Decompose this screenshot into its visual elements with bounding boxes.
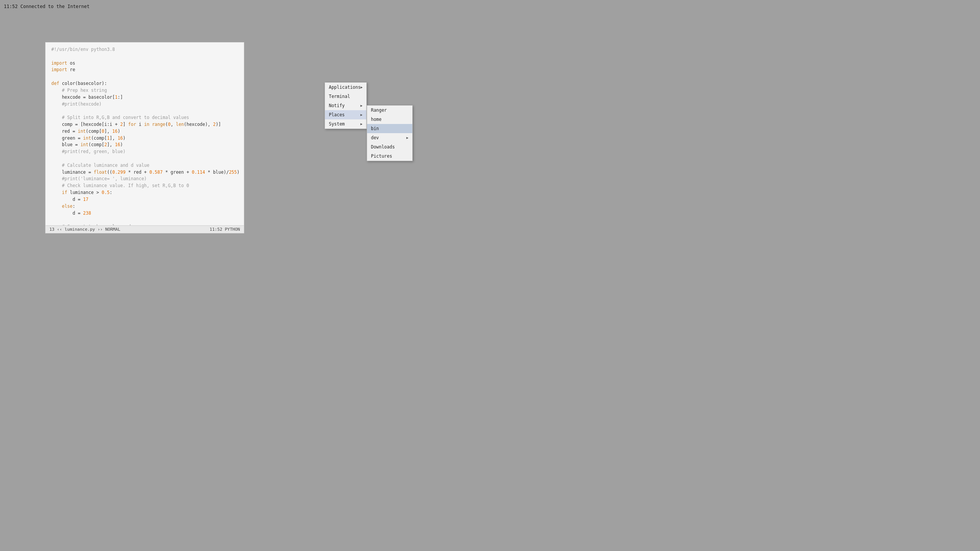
code-line: # Split into R,G,B and convert to decima… bbox=[51, 114, 238, 121]
code-line bbox=[51, 73, 238, 80]
submenu-arrow-icon: ▶ bbox=[407, 136, 408, 140]
submenu-item-home[interactable]: home bbox=[367, 115, 412, 124]
editor-content[interactable]: #!/usr/bin/env python3.8 import osimport… bbox=[46, 42, 244, 225]
context-menu: Applications▶TerminalNotify▶Places▶Syste… bbox=[325, 82, 367, 129]
submenu-item-dev[interactable]: dev▶ bbox=[367, 133, 412, 142]
code-line: else: bbox=[51, 203, 238, 210]
status-time: 11:52 bbox=[4, 4, 18, 9]
code-line: blue = int(comp[2], 16) bbox=[51, 142, 238, 148]
submenu-item-label: Downloads bbox=[371, 144, 395, 150]
code-line: # Check luminance value. If high, set R,… bbox=[51, 183, 238, 189]
menu-item-system[interactable]: System▶ bbox=[325, 119, 366, 129]
code-line: #!/usr/bin/env python3.8 bbox=[51, 46, 238, 53]
menu-item-applications[interactable]: Applications▶ bbox=[325, 83, 366, 92]
code-line: #print(hexcode) bbox=[51, 101, 238, 108]
code-line: comp = [hexcode[i:i + 2] for i in range(… bbox=[51, 121, 238, 128]
menu-item-places[interactable]: Places▶ bbox=[325, 110, 366, 119]
submenu-arrow-icon: ▶ bbox=[361, 122, 363, 126]
code-line: #print(red, green, blue) bbox=[51, 148, 238, 155]
menu-item-notify[interactable]: Notify▶ bbox=[325, 101, 366, 110]
code-line: def color(basecolor): bbox=[51, 80, 238, 87]
submenu-arrow-icon: ▶ bbox=[361, 113, 363, 117]
code-line bbox=[51, 108, 238, 114]
menu-item-label: System bbox=[329, 121, 345, 127]
code-line: #print('luminance= ', luminance) bbox=[51, 176, 238, 183]
menu-item-label: Notify bbox=[329, 103, 345, 108]
submenu-item-label: Ranger bbox=[371, 108, 387, 113]
code-line bbox=[51, 217, 238, 223]
editor-status-right: 11:52 PYTHON bbox=[210, 227, 240, 232]
code-line: d = 17 bbox=[51, 196, 238, 203]
code-line bbox=[51, 53, 238, 60]
submenu-arrow-icon: ▶ bbox=[361, 104, 363, 108]
submenu-item-downloads[interactable]: Downloads bbox=[367, 142, 412, 152]
submenu-item-pictures[interactable]: Pictures bbox=[367, 152, 412, 161]
submenu-places: Rangerhomebindev▶DownloadsPictures bbox=[367, 105, 413, 161]
menu-item-label: Applications bbox=[329, 85, 361, 90]
code-line: # Prep hex string bbox=[51, 87, 238, 94]
submenu-item-label: home bbox=[371, 117, 382, 122]
menu-item-terminal[interactable]: Terminal bbox=[325, 92, 366, 101]
code-line: d = 238 bbox=[51, 210, 238, 217]
editor-statusbar: 13 ‹‹ luminance.py ›› NORMAL 11:52 PYTHO… bbox=[46, 225, 244, 233]
editor-window: #!/usr/bin/env python3.8 import osimport… bbox=[45, 42, 244, 233]
code-line: import re bbox=[51, 67, 238, 73]
menu-item-label: Terminal bbox=[329, 94, 350, 99]
code-line: luminance = float((0.299 * red + 0.587 *… bbox=[51, 169, 238, 176]
editor-status-left: 13 ‹‹ luminance.py ›› NORMAL bbox=[49, 227, 120, 232]
code-line bbox=[51, 155, 238, 162]
submenu-item-label: Pictures bbox=[371, 153, 392, 159]
submenu-item-ranger[interactable]: Ranger bbox=[367, 106, 412, 115]
code-line: if luminance > 0.5: bbox=[51, 189, 238, 196]
menu-item-label: Places bbox=[329, 112, 345, 117]
code-line: red = int(comp[0], 16) bbox=[51, 128, 238, 135]
status-connection: Connected to the Internet bbox=[20, 4, 90, 9]
code-line: import os bbox=[51, 60, 238, 67]
code-line: hexcode = basecolor[1:] bbox=[51, 94, 238, 101]
submenu-item-label: bin bbox=[371, 126, 379, 131]
submenu-arrow-icon: ▶ bbox=[361, 85, 363, 89]
submenu-item-bin[interactable]: bin bbox=[367, 124, 412, 133]
status-bar: 11:52 Connected to the Internet bbox=[4, 4, 90, 9]
code-line: green = int(comp[1], 16) bbox=[51, 135, 238, 142]
code-line: # Calculate luminance and d value bbox=[51, 162, 238, 169]
submenu-item-label: dev bbox=[371, 135, 379, 140]
